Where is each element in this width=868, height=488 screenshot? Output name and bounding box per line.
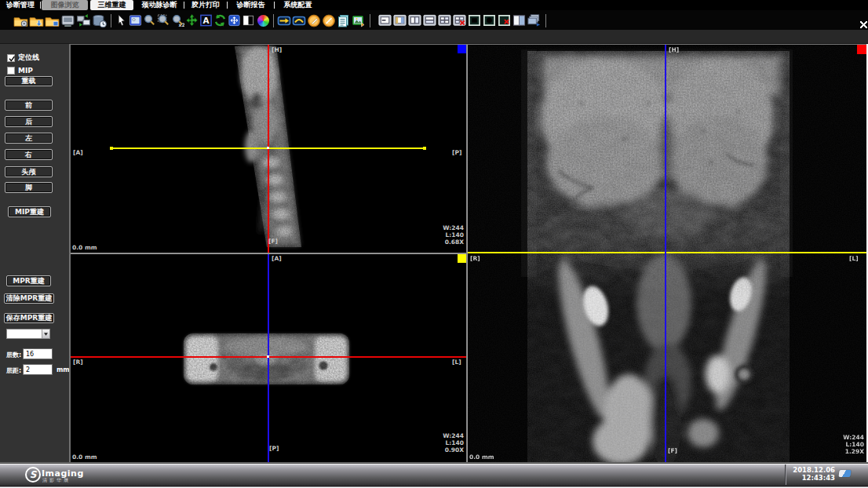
- toolbar-folder-save-button[interactable]: [45, 13, 60, 28]
- tab-carotid-diagnosis[interactable]: 颈动脉诊断: [136, 0, 183, 10]
- checkbox-locator-line[interactable]: 定位线: [7, 53, 39, 63]
- input-method-tray-icon[interactable]: [838, 470, 851, 477]
- orientation-label-bottom: [P]: [269, 445, 279, 452]
- toolbar-overlay-rect-button[interactable]: [468, 13, 481, 27]
- stat-line: L:140: [443, 231, 464, 239]
- date-text: 2018.12.06: [793, 466, 835, 474]
- toolbar-draw-pencil-button[interactable]: [307, 13, 321, 28]
- btn-right[interactable]: 右: [5, 149, 53, 160]
- checkbox-box[interactable]: [7, 67, 15, 75]
- toolbar-cursor-button[interactable]: [115, 13, 128, 27]
- toolbar-pan-button[interactable]: [185, 13, 199, 27]
- btn-front[interactable]: 前: [5, 100, 53, 111]
- toolbar-divider: [370, 14, 370, 27]
- toolbar-image-display-button[interactable]: [129, 13, 142, 27]
- crosshair-horizontal-line[interactable]: [468, 252, 866, 253]
- btn-save-mpr[interactable]: 保存MPR重建: [4, 313, 54, 323]
- btn-head[interactable]: 头颅: [5, 166, 53, 177]
- toolbar-zoom-region-button[interactable]: [157, 13, 170, 27]
- toolbar-folder-import-button[interactable]: [29, 13, 44, 28]
- palette-icon: [257, 15, 269, 27]
- btn-clear-mpr[interactable]: 清除MPR重建: [4, 293, 54, 304]
- btn-back[interactable]: 后: [5, 116, 53, 127]
- toolbar-palette-button[interactable]: [256, 13, 269, 27]
- layout-clear-icon: [453, 13, 466, 27]
- toolbar-recon-axial-button[interactable]: [277, 13, 291, 28]
- toolbar-layout-custom-button[interactable]: [393, 13, 407, 27]
- toolbar-recon-curved-button[interactable]: [292, 13, 306, 28]
- draw-pencil-icon: [307, 13, 321, 28]
- crosshair-end-handle[interactable]: [423, 147, 426, 150]
- viewport-sagittal[interactable]: [H][A][P][F]W:244L:1400.68X0.0 mm: [71, 45, 466, 253]
- toolbar-layout-1x2-button[interactable]: [408, 13, 421, 27]
- toolbar-zoom-button[interactable]: [143, 13, 156, 27]
- toolbar-export-image-button[interactable]: [352, 13, 366, 28]
- btn-mip-recon[interactable]: MIP重建: [8, 206, 51, 217]
- recon-curved-icon: [292, 13, 306, 28]
- btn-reload[interactable]: 重载: [5, 76, 53, 86]
- toolbar-lower-strip: [0, 30, 868, 44]
- checkbox-mip[interactable]: MIP: [7, 67, 33, 75]
- viewport-axial[interactable]: [A][R][L][P]W:244L:1400.90X0.0 mm: [71, 254, 466, 462]
- orientation-label-bottom: [F]: [668, 447, 677, 454]
- layout-1x1-icon: [378, 13, 392, 27]
- toolbar-fit-screen-button[interactable]: [228, 13, 241, 27]
- zoom-2x-icon: x2: [171, 13, 184, 27]
- close-icon[interactable]: [860, 21, 867, 28]
- menu-bar: 诊断管理图像浏览三维重建颈动脉诊断胶片打印诊断报告系统配置: [0, 0, 868, 10]
- toolbar-cine-button[interactable]: [527, 13, 541, 27]
- dropdown-arrow-icon[interactable]: [42, 330, 49, 338]
- crosshair-center-dot: [267, 147, 269, 149]
- toolbar-layout-2x2-button[interactable]: [438, 13, 451, 27]
- toolbar-layout-1x1-button[interactable]: [378, 13, 392, 27]
- distance-readout: 0.0 mm: [72, 244, 97, 251]
- tab-3d-reconstruction[interactable]: 三维重建: [90, 0, 133, 10]
- toolbar-annotation-button[interactable]: A: [199, 13, 213, 27]
- toolbar-split-view-button[interactable]: [512, 13, 526, 27]
- transfer-icon: [76, 13, 91, 28]
- viewport-area: [H][A][P][F]W:244L:1400.68X0.0 mm: [69, 44, 868, 462]
- toolbar-divider: [545, 14, 546, 27]
- checkbox-box[interactable]: [7, 54, 15, 62]
- orientation-label-right: [P]: [452, 149, 461, 156]
- tab-image-browse[interactable]: 图像浏览: [42, 0, 88, 10]
- toolbar-window-level-button[interactable]: [242, 13, 255, 27]
- toolbar-layout-clear-button[interactable]: [453, 13, 466, 27]
- toolbar-zoom-2x-button[interactable]: x2: [171, 13, 184, 27]
- fit-screen-icon: [228, 13, 241, 27]
- toolbar-database-sync-button[interactable]: [92, 13, 107, 28]
- slab-count-input[interactable]: 16: [23, 348, 53, 359]
- brand-subtext: 清影华晟: [42, 477, 71, 484]
- toolbar-layout-2x1-button[interactable]: [423, 13, 436, 27]
- series-dropdown[interactable]: [6, 329, 50, 339]
- viewport-coronal[interactable]: [H][R][L][F]W:244L:1401.29X0.0 mm: [468, 45, 866, 462]
- toolbar-overlay-delete-button[interactable]: [498, 13, 511, 27]
- tab-diagnosis-management[interactable]: 诊断管理: [2, 0, 39, 10]
- overlay-circle-icon: [483, 13, 496, 27]
- crosshair-vertical-line[interactable]: [268, 254, 269, 462]
- overlay-rect-icon: [468, 13, 481, 27]
- slab-spacing-input[interactable]: 2: [23, 364, 53, 375]
- crosshair-end-handle[interactable]: [110, 147, 113, 150]
- tab-system-config[interactable]: 系统配置: [275, 0, 320, 10]
- toolbar-measure-button[interactable]: [322, 13, 336, 28]
- pan-icon: [185, 13, 199, 27]
- viewport-corner-marker[interactable]: [458, 254, 466, 263]
- crosshair-center-dot: [267, 355, 269, 358]
- toolbar-refresh-button[interactable]: [213, 13, 227, 27]
- viewport-corner-marker[interactable]: [458, 45, 466, 53]
- btn-left[interactable]: 左: [5, 133, 53, 144]
- stat-line: W:244: [443, 224, 464, 231]
- btn-foot[interactable]: 脚: [5, 182, 53, 193]
- btn-mpr-recon[interactable]: MPR重建: [6, 275, 51, 286]
- toolbar-worklist-button[interactable]: [60, 13, 75, 28]
- tab-diagnosis-report[interactable]: 诊断报告: [228, 0, 273, 10]
- viewport-corner-marker[interactable]: [857, 45, 866, 54]
- crosshair-vertical-line[interactable]: [665, 45, 666, 462]
- toolbar-transfer-button[interactable]: [76, 13, 91, 28]
- time-text: 12:43:43: [793, 474, 835, 482]
- toolbar-overlay-circle-button[interactable]: [483, 13, 496, 27]
- toolbar-report-button[interactable]: [337, 13, 351, 28]
- toolbar-folder-open-button[interactable]: [13, 13, 28, 28]
- tab-film-print[interactable]: 胶片打印: [185, 0, 226, 10]
